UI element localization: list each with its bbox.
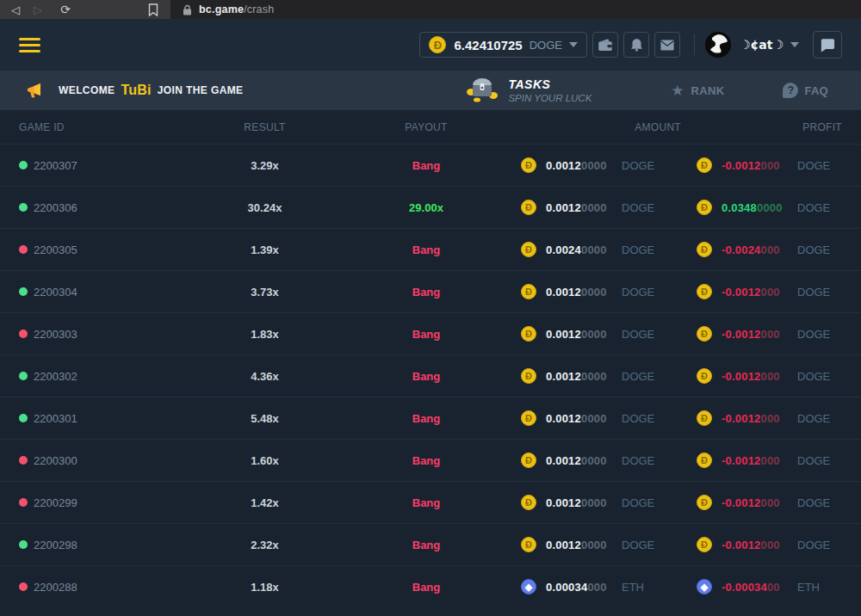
url-text: bc.game/crash xyxy=(199,3,274,15)
tasks-subtitle: SPIN YOUR LUCK xyxy=(508,93,592,103)
refresh-icon[interactable]: ⟳ xyxy=(59,3,72,16)
column-header-amount: AMOUNT xyxy=(521,121,691,133)
currency-label: DOGE xyxy=(622,370,654,383)
tasks-text: TASKS SPIN YOUR LUCK xyxy=(508,77,592,103)
mail-button[interactable] xyxy=(654,32,680,58)
table-row[interactable]: 2200306 30.24x 29.00x Đ 0.00120000 DOGE … xyxy=(0,186,861,228)
profit-value: -0.0003400 xyxy=(722,581,790,594)
currency-label: DOGE xyxy=(797,412,830,425)
table-body: 2200307 3.29x Bang Đ 0.00120000 DOGE Đ -… xyxy=(0,144,861,607)
amount-value: 0.00240000 xyxy=(546,243,615,256)
status-dot xyxy=(19,582,28,591)
table-row[interactable]: 2200300 1.60x Bang Đ 0.00120000 DOGE Đ -… xyxy=(0,439,861,481)
currency-label: DOGE xyxy=(622,454,654,467)
coin-icon: Đ xyxy=(697,495,712,510)
amount-value: 0.00120000 xyxy=(546,328,615,341)
wallet-icon xyxy=(598,38,613,52)
coin-icon: Đ xyxy=(697,453,712,468)
game-id: 2200303 xyxy=(34,328,77,341)
result-multiplier: 2.32x xyxy=(251,539,279,551)
table-row[interactable]: 2200288 1.18x Bang ◆ 0.00034000 ETH ◆ -0… xyxy=(0,565,861,607)
payout-value: Bang xyxy=(412,286,441,299)
status-dot xyxy=(19,540,28,549)
address-bar[interactable]: bc.game/crash xyxy=(170,0,861,19)
currency-label: DOGE xyxy=(622,286,654,299)
result-multiplier: 1.42x xyxy=(251,496,279,509)
status-dot xyxy=(19,330,28,338)
notifications-button[interactable] xyxy=(623,32,649,58)
mail-icon xyxy=(660,40,674,51)
payout-value: Bang xyxy=(412,159,441,172)
currency-label: DOGE xyxy=(622,201,654,214)
currency-label: DOGE xyxy=(797,454,830,467)
currency-label: DOGE xyxy=(622,243,654,256)
welcome-label: WELCOME xyxy=(59,84,115,96)
rank-label: RANK xyxy=(691,84,725,97)
table-row[interactable]: 2200298 2.32x Bang Đ 0.00120000 DOGE Đ -… xyxy=(0,523,861,565)
table-row[interactable]: 2200299 1.42x Bang Đ 0.00120000 DOGE Đ -… xyxy=(0,481,861,523)
chat-button[interactable] xyxy=(813,31,842,59)
amount-value: 0.00120000 xyxy=(546,454,615,467)
game-id: 2200304 xyxy=(34,286,77,299)
coin-icon: Đ xyxy=(697,200,712,215)
table-row[interactable]: 2200307 3.29x Bang Đ 0.00120000 DOGE Đ -… xyxy=(0,144,861,186)
result-multiplier: 30.24x xyxy=(248,201,282,214)
faq-link[interactable]: ? FAQ xyxy=(783,83,828,98)
status-dot xyxy=(19,456,28,465)
payout-value: Bang xyxy=(412,243,441,256)
result-multiplier: 5.48x xyxy=(251,412,279,425)
result-multiplier: 1.83x xyxy=(251,328,279,341)
balance-selector[interactable]: Đ 6.42410725 DOGE xyxy=(419,32,587,58)
bell-icon xyxy=(630,38,643,52)
coin-icon: Đ xyxy=(521,410,536,426)
currency-label: DOGE xyxy=(797,328,830,341)
browser-chrome: ◁ ▷ ⟳ bc.game/crash xyxy=(0,0,861,19)
coin-icon: Đ xyxy=(521,157,536,173)
status-dot xyxy=(19,414,28,422)
tasks-title: TASKS xyxy=(508,77,592,91)
currency-label: DOGE xyxy=(797,243,830,256)
profit-value: -0.0012000 xyxy=(722,412,790,425)
currency-label: DOGE xyxy=(797,159,830,172)
star-icon: ★ xyxy=(671,82,684,100)
bookmark-icon[interactable] xyxy=(148,3,158,16)
divider xyxy=(694,34,695,55)
coin-icon: Đ xyxy=(521,453,536,468)
amount-value: 0.00120000 xyxy=(546,370,615,383)
payout-value: Bang xyxy=(412,454,441,467)
game-id: 2200288 xyxy=(34,581,77,594)
coin-icon: Đ xyxy=(521,242,536,257)
coin-icon: ◆ xyxy=(521,579,536,594)
table-row[interactable]: 2200303 1.83x Bang Đ 0.00120000 DOGE Đ -… xyxy=(0,312,861,354)
coin-icon: Đ xyxy=(521,200,536,215)
column-header-result: RESULT xyxy=(198,121,331,133)
treasure-chest-icon xyxy=(465,75,499,106)
currency-label: DOGE xyxy=(622,496,654,509)
result-multiplier: 1.18x xyxy=(251,581,279,594)
user-chevron-down-icon[interactable] xyxy=(790,42,799,47)
back-icon[interactable]: ◁ xyxy=(9,3,22,16)
table-row[interactable]: 2200305 1.39x Bang Đ 0.00240000 DOGE Đ -… xyxy=(0,228,861,270)
menu-icon[interactable] xyxy=(19,34,40,56)
tasks-link[interactable]: TASKS SPIN YOUR LUCK xyxy=(465,75,592,106)
table-row[interactable]: 2200304 3.73x Bang Đ 0.00120000 DOGE Đ -… xyxy=(0,270,861,312)
game-id: 2200299 xyxy=(34,496,77,509)
rank-link[interactable]: ★ RANK xyxy=(671,82,724,100)
profit-value: -0.0024000 xyxy=(722,243,790,256)
payout-value: Bang xyxy=(412,412,441,425)
payout-value: 29.00x xyxy=(409,201,443,214)
game-id: 2200300 xyxy=(34,454,77,467)
table-row[interactable]: 2200302 4.36x Bang Đ 0.00120000 DOGE Đ -… xyxy=(0,354,861,397)
avatar[interactable] xyxy=(705,32,731,58)
wallet-button[interactable] xyxy=(592,32,618,58)
table-row[interactable]: 2200301 5.48x Bang Đ 0.00120000 DOGE Đ -… xyxy=(0,397,861,439)
question-mark-icon: ? xyxy=(783,83,798,98)
table-header: GAME ID RESULT PAYOUT AMOUNT PROFIT xyxy=(0,110,861,144)
username[interactable]: ☽¢at☽ xyxy=(740,38,784,52)
coin-icon: Đ xyxy=(521,537,536,552)
game-history-table: GAME ID RESULT PAYOUT AMOUNT PROFIT 2200… xyxy=(0,110,861,607)
forward-icon[interactable]: ▷ xyxy=(31,3,45,16)
payout-value: Bang xyxy=(412,581,441,594)
result-multiplier: 3.73x xyxy=(251,286,279,299)
status-dot xyxy=(19,498,28,507)
